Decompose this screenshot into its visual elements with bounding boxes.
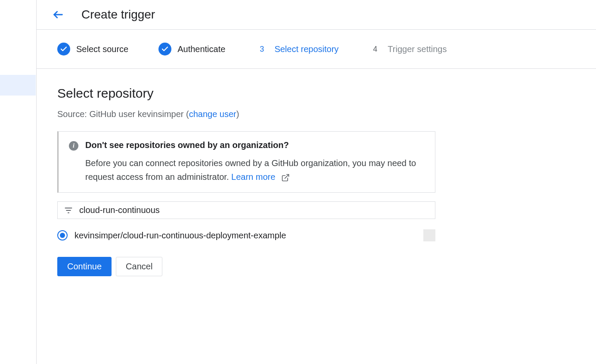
repository-trailing	[423, 229, 435, 241]
step-label: Select repository	[274, 44, 338, 54]
step-trigger-settings: 4 Trigger settings	[369, 43, 447, 56]
external-link-icon	[281, 173, 290, 182]
step-select-source[interactable]: Select source	[57, 43, 128, 56]
step-number: 4	[369, 43, 382, 56]
repository-label: kevinsimper/cloud-run-continuous-deploym…	[74, 231, 416, 241]
info-title: Don't see repositories owned by an organ…	[85, 140, 425, 150]
info-card: i Don't see repositories owned by an org…	[57, 131, 435, 193]
check-icon	[57, 43, 70, 56]
section-title: Select repository	[57, 86, 575, 101]
info-icon: i	[69, 141, 78, 151]
source-line: Source: GitHub user kevinsimper (change …	[57, 109, 575, 119]
radio-selected-icon[interactable]	[57, 230, 68, 241]
page-header: Create trigger	[37, 0, 596, 30]
page-title: Create trigger	[81, 8, 155, 22]
filter-icon	[64, 206, 73, 215]
step-select-repository[interactable]: 3 Select repository	[255, 43, 338, 56]
change-user-link[interactable]: change user	[189, 109, 236, 119]
left-sidebar	[0, 0, 36, 364]
filter-box[interactable]	[57, 201, 435, 219]
step-label: Trigger settings	[388, 44, 447, 54]
button-row: Continue Cancel	[57, 257, 575, 276]
source-suffix: )	[236, 109, 239, 119]
info-text: Before you can connect repositories owne…	[85, 156, 425, 184]
stepper: Select source Authenticate 3 Select repo…	[37, 30, 596, 69]
cancel-button[interactable]: Cancel	[116, 257, 162, 276]
repository-option[interactable]: kevinsimper/cloud-run-continuous-deploym…	[57, 229, 435, 241]
source-prefix: Source: GitHub user kevinsimper (	[57, 109, 189, 119]
svg-line-1	[285, 174, 289, 178]
repository-filter-input[interactable]	[79, 205, 429, 215]
sidebar-active-item[interactable]	[0, 75, 36, 96]
step-authenticate[interactable]: Authenticate	[158, 43, 225, 56]
step-number: 3	[255, 43, 268, 56]
learn-more-link[interactable]: Learn more	[231, 172, 275, 182]
step-label: Authenticate	[177, 44, 225, 54]
step-label: Select source	[76, 44, 128, 54]
back-arrow-icon[interactable]	[52, 9, 64, 21]
continue-button[interactable]: Continue	[57, 257, 112, 276]
check-icon	[158, 43, 171, 56]
